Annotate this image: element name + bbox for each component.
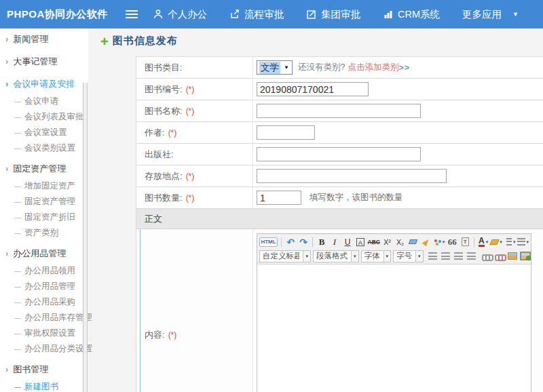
nav-personal-office[interactable]: 个人办公 [153,8,207,21]
border-text-button[interactable]: A [356,238,364,246]
row-location: 存放地点: (*) [136,165,543,187]
sidebar-item-4[interactable]: —会议申请 [0,94,88,109]
sidebar-item-label: 办公用品采购 [24,297,75,307]
sidebar-item-1[interactable]: ›新闻管理 [0,30,88,49]
sidebar-item-15[interactable]: —办公用品管理 [0,279,88,294]
custom-title-dropdown[interactable]: 自定义标题▾ [259,250,311,262]
sidebar-item-2[interactable]: ›大事记管理 [0,52,88,71]
sidebar-item-3[interactable]: ›会议申请及安排 [0,75,88,94]
align-center-icon[interactable] [441,250,451,262]
author-label: 作者: [145,127,165,139]
dash-icon: — [14,229,21,237]
sidebar: ›新闻管理 ›大事记管理 ›会议申请及安排 —会议申请 —会议列表及审批 —会议… [0,28,88,392]
sidebar-item-label: 会议类别设置 [24,143,75,153]
nav-crm-system[interactable]: CRM系统 [383,8,440,21]
undo-icon[interactable]: ↶ [285,236,296,248]
group-approval-icon [306,9,317,20]
eraser-icon[interactable] [408,236,419,248]
remove-link-icon[interactable] [494,250,505,262]
ordered-list-icon[interactable]: ▾ [504,236,516,248]
sidebar-item-5[interactable]: —会议列表及审批 [0,109,88,125]
dash-icon: — [14,214,21,221]
sidebar-item-16[interactable]: —办公用品采购 [0,294,88,310]
chevron-right-icon: › [5,56,8,66]
row-author: 作者: (*) [136,122,543,144]
book-no-label: 图书编号: [145,83,183,96]
text-color-set-icon[interactable]: ▾ [434,236,445,248]
font-color-button[interactable]: A▾ [478,236,489,248]
sidebar-item-8[interactable]: ›固定资产管理 [0,159,88,178]
paste-text-icon[interactable]: T [460,236,470,248]
insert-link-icon[interactable] [481,250,492,262]
app-brand: PHPOA协同办公软件 [7,8,126,21]
book-no-input[interactable] [257,82,369,96]
align-left-icon[interactable] [428,250,438,262]
category-select[interactable]: 文学 ▼ [257,60,293,75]
sidebar-item-9[interactable]: —增加固定资产 [0,178,88,194]
nav-flow-approval[interactable]: 流程审批 [229,8,284,21]
sidebar-item-12[interactable]: —资产类别 [0,225,88,241]
chevron-right-icon: › [5,163,8,174]
sidebar-item-11[interactable]: —固定资产折旧 [0,210,88,225]
highlight-color-icon[interactable]: ▾ [491,236,502,248]
sidebar-item-21[interactable]: —新建图书 [0,379,88,392]
row-content: 内容: (*) HTML ↶ ↷ B I U [136,229,543,392]
sidebar-item-label: 会议申请及安排 [13,79,75,89]
hamburger-menu-icon[interactable] [126,10,138,18]
font-family-dropdown[interactable]: 字体▾ [361,250,392,262]
align-justify-icon[interactable] [466,250,477,262]
sidebar-item-6[interactable]: —会议室设置 [0,125,88,140]
nav-more-apps[interactable]: 更多应用 ▼ [462,8,519,21]
strikethrough-button[interactable]: ABC [368,236,380,248]
sidebar-item-20[interactable]: ›图书管理 [0,360,88,379]
align-right-icon[interactable] [453,250,464,262]
row-category: 图书类目: 文学 ▼ 还没有类别? 点击添加类别 >> [136,57,543,79]
location-input[interactable] [257,169,447,183]
html-source-button[interactable]: HTML [259,237,278,247]
publisher-label: 出版社: [145,149,174,161]
publisher-input[interactable] [257,147,421,161]
bold-button[interactable]: B [316,236,327,248]
sidebar-item-7[interactable]: —会议类别设置 [0,140,88,156]
sidebar-menu: ›新闻管理 ›大事记管理 ›会议申请及安排 —会议申请 —会议列表及审批 —会议… [0,28,88,392]
section-title: 正文 [136,213,162,225]
italic-button[interactable]: I [329,236,340,248]
add-category-arrows[interactable]: >> [398,63,410,73]
upload-image-icon[interactable] [520,250,531,262]
editor-toolbar: HTML ↶ ↷ B I U A ABC X² X₂ [257,234,531,264]
superscript-button[interactable]: X² [382,236,393,248]
sidebar-item-label: 新建图书 [24,382,58,391]
format-brush-icon[interactable] [421,236,432,248]
font-size-dropdown[interactable]: 字号▾ [393,250,424,262]
required-mark: (*) [186,193,195,203]
sidebar-item-18[interactable]: —审批权限设置 [0,326,88,341]
sidebar-item-label: 办公用品管理 [13,248,66,258]
blockquote-button[interactable]: 66 [447,236,457,248]
sidebar-item-13[interactable]: ›办公用品管理 [0,244,88,263]
sidebar-item-17[interactable]: —办公用品库存管理 [0,310,88,326]
quantity-input[interactable] [257,191,301,205]
required-mark: (*) [168,330,177,340]
sidebar-item-label: 固定资产管理 [24,197,75,206]
sidebar-item-14[interactable]: —办公用品领用 [0,263,88,279]
sidebar-scrollbar[interactable] [83,83,88,392]
dash-icon: — [14,298,21,306]
add-category-link[interactable]: 点击添加类别 [348,62,398,73]
nav-group-approval[interactable]: 集团审批 [306,8,360,21]
unordered-list-icon[interactable]: ▾ [517,236,529,248]
redo-icon[interactable]: ↷ [298,236,309,248]
sidebar-item-10[interactable]: —固定资产管理 [0,194,88,210]
category-hint: 还没有类别? [298,62,345,73]
sidebar-item-label: 办公用品分类设置 [24,344,92,353]
editor-content-area[interactable] [257,264,531,392]
sidebar-item-19[interactable]: —办公用品分类设置 [0,341,88,357]
book-name-input[interactable] [257,104,421,118]
subscript-button[interactable]: X₂ [395,236,406,248]
underline-button[interactable]: U [342,236,353,248]
main-content: + 图书信息发布 图书类目: 文学 ▼ 还没有类别? 点击添加类别 >> 图书编… [88,28,543,392]
location-label: 存放地点: [145,170,183,182]
dash-icon: — [14,330,21,337]
insert-image-icon[interactable] [507,250,518,262]
paragraph-format-dropdown[interactable]: 段落格式▾ [313,250,359,262]
author-input[interactable] [257,125,315,140]
